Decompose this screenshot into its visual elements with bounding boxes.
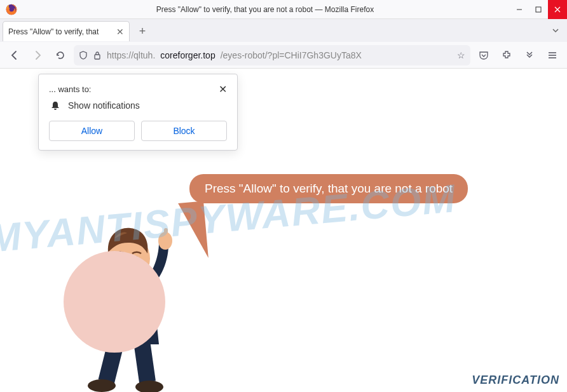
block-button[interactable]: Block [141,121,227,141]
window-close-button[interactable] [548,0,567,19]
reload-button[interactable] [51,46,70,65]
allow-button[interactable]: Allow [49,121,135,141]
notification-permission-dialog: ... wants to: ✕ Show notifications Allow… [38,74,238,151]
extensions-button[interactable] [497,46,516,65]
svg-rect-14 [164,228,168,241]
permission-capability-label: Show notifications [68,100,140,111]
lock-icon [93,51,102,60]
back-button[interactable] [5,46,24,65]
bell-icon [50,100,60,111]
url-domain: coreforger.top [160,50,215,60]
firefox-logo-icon [5,3,18,16]
overflow-button[interactable] [520,46,539,65]
new-tab-button[interactable]: + [133,22,151,40]
verification-label: VERIFICATION [472,374,559,387]
svg-rect-5 [95,55,100,59]
window-title-bar: Press "Allow" to verify, that you are no… [0,0,567,19]
menu-button[interactable] [543,46,562,65]
window-minimize-button[interactable] [510,0,529,19]
permission-close-icon[interactable]: ✕ [219,83,227,95]
url-protocol: https://qltuh. [107,50,155,60]
tab-label: Press "Allow" to verify, that [8,27,113,36]
url-path: /eyes-robot/?pl=CHiI7Gh3GUyTa8X [221,50,362,60]
window-maximize-button[interactable] [529,0,548,19]
bookmark-star-icon[interactable]: ☆ [457,50,465,60]
shield-icon [79,51,88,60]
window-title: Press "Allow" to verify, that you are no… [20,5,510,14]
pocket-button[interactable] [474,46,493,65]
svg-rect-2 [536,7,541,12]
address-bar[interactable]: https://qltuh.coreforger.top/eyes-robot/… [74,45,470,65]
browser-tab[interactable]: Press "Allow" to verify, that ✕ [3,21,130,41]
page-content: MYANTISPYWARE.COM ... wants to: ✕ Show n… [0,69,567,392]
tab-strip: Press "Allow" to verify, that ✕ + [0,19,567,42]
window-controls [510,0,567,19]
character-illustration [70,208,197,392]
forward-button[interactable] [28,46,47,65]
permission-origin-label: ... wants to: [49,84,91,94]
tabs-overflow-icon[interactable] [552,26,559,36]
tab-close-icon[interactable]: ✕ [116,27,124,37]
svg-point-11 [88,379,116,392]
speech-bubble: Press "Allow" to verify, that you are no… [189,174,468,203]
nav-toolbar: https://qltuh.coreforger.top/eyes-robot/… [0,42,567,69]
